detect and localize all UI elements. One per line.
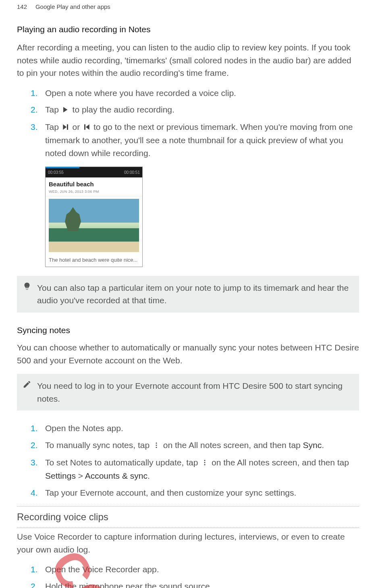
separator xyxy=(17,506,359,507)
play-icon xyxy=(62,104,69,117)
thumbnail-note-title: Beautiful beach xyxy=(49,180,139,189)
step-text: Tap or to go to the next or previous tim… xyxy=(45,121,359,159)
step-text: To manually sync notes, tap on the All n… xyxy=(45,439,359,452)
svg-point-9 xyxy=(204,462,206,463)
svg-point-5 xyxy=(156,442,157,444)
step-number: 1. xyxy=(31,422,38,435)
step-number: 2. xyxy=(31,580,38,588)
step-text: Tap your Evernote account, and then cust… xyxy=(45,486,359,499)
chapter-title: Google Play and other apps xyxy=(35,3,110,10)
thumbnail-note-date: WED, JUN 26, 2013 3:06 PM xyxy=(49,189,139,195)
section1-steps: 1. Open a note where you have recorded a… xyxy=(17,87,359,160)
tip-text: You can also tap a particular item on yo… xyxy=(37,281,353,307)
section2-steps: 1. Open the Notes app. 2. To manually sy… xyxy=(17,422,359,499)
menu-dots-icon xyxy=(153,440,160,452)
section-title-syncing: Syncing notes xyxy=(17,324,359,337)
svg-point-10 xyxy=(204,464,206,465)
step-text: Open the Voice Recorder app. xyxy=(45,563,359,576)
step-text: Hold the microphone near the sound sourc… xyxy=(45,580,359,588)
svg-point-7 xyxy=(156,446,157,448)
note-thumbnail-figure: 00:03:55 00:00:51 Beautiful beach WED, J… xyxy=(45,167,359,267)
step-number: 3. xyxy=(31,456,38,482)
svg-marker-1 xyxy=(63,124,66,130)
audio-time-elapsed: 00:03:55 xyxy=(48,169,64,175)
step-number: 1. xyxy=(31,87,38,100)
section-title-recording: Recording voice clips xyxy=(17,509,359,525)
lightbulb-icon xyxy=(23,281,32,294)
section-title-playing: Playing an audio recording in Notes xyxy=(17,23,359,36)
step-text: To set Notes to automatically update, ta… xyxy=(45,456,359,482)
svg-point-8 xyxy=(204,460,206,461)
step-text: Open the Notes app. xyxy=(45,422,359,435)
pencil-icon xyxy=(23,379,32,392)
svg-marker-4 xyxy=(86,124,89,130)
tip-callout: You can also tap a particular item on yo… xyxy=(17,276,359,313)
section1-intro: After recording a meeting, you can liste… xyxy=(17,41,359,79)
thumbnail-footer-text: The hotel and beach were quite nice... xyxy=(46,254,142,267)
audio-bar: 00:03:55 00:00:51 xyxy=(46,167,142,177)
section3-intro: Use Voice Recorder to capture informatio… xyxy=(17,530,359,556)
section2-intro: You can choose whether to automatically … xyxy=(17,341,359,367)
prev-track-icon xyxy=(83,121,90,134)
note-text: You need to log in to your Evernote acco… xyxy=(37,379,353,405)
audio-time-remaining: 00:00:51 xyxy=(124,169,140,175)
next-track-icon xyxy=(62,121,69,134)
menu-dots-icon xyxy=(201,457,208,470)
svg-rect-3 xyxy=(84,124,85,130)
thumbnail-photo xyxy=(49,199,139,252)
separator xyxy=(17,528,359,528)
note-callout: You need to log in to your Evernote acco… xyxy=(17,374,359,411)
step-number: 3. xyxy=(31,121,38,159)
svg-point-6 xyxy=(156,444,157,446)
step-number: 4. xyxy=(31,486,38,499)
step-number: 2. xyxy=(31,103,38,117)
step-number: 2. xyxy=(31,439,38,452)
section3-steps: 1. Open the Voice Recorder app. 2. Hold … xyxy=(17,563,359,588)
page-header: 142 Google Play and other apps xyxy=(0,0,376,12)
svg-marker-0 xyxy=(63,107,68,113)
svg-rect-2 xyxy=(67,124,68,130)
page-number: 142 xyxy=(17,3,27,10)
step-text: Tap to play the audio recording. xyxy=(45,103,359,117)
step-text: Open a note where you have recorded a vo… xyxy=(45,87,359,100)
step-number: 1. xyxy=(31,563,38,576)
